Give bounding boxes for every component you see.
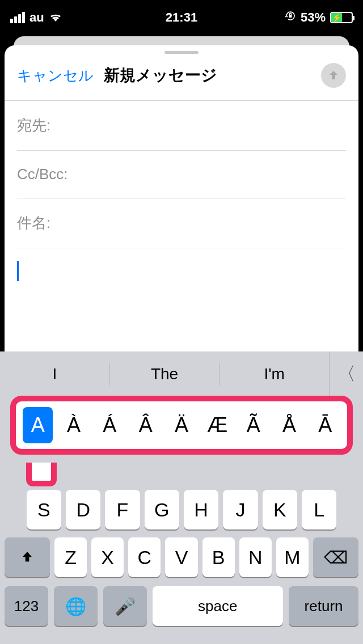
key-row-4: 123 🌐 🎤 space return	[0, 586, 363, 626]
accent-key[interactable]: À	[58, 407, 88, 443]
status-bar: au 21:31 53% ⚡	[0, 0, 363, 35]
key-G[interactable]: G	[145, 490, 179, 529]
key-D[interactable]: D	[66, 490, 100, 529]
key-M[interactable]: M	[276, 537, 309, 577]
predict-3[interactable]: I'm	[220, 365, 329, 383]
mic-icon: 🎤	[115, 596, 136, 616]
subject-field[interactable]: 件名:	[17, 198, 346, 248]
key-row-3: Z X C V B N M ⌫	[0, 537, 363, 577]
accent-key[interactable]: Á	[95, 407, 125, 443]
sheet-title: 新規メッセージ	[94, 65, 321, 86]
key-X[interactable]: X	[91, 537, 124, 577]
key-B[interactable]: B	[202, 537, 235, 577]
subject-label: 件名:	[17, 214, 50, 231]
key-L[interactable]: L	[302, 490, 336, 529]
key-H[interactable]: H	[184, 490, 218, 529]
key-row-2: S D F G H J K L	[0, 490, 363, 529]
accent-popup-tail	[26, 463, 57, 486]
numbers-key[interactable]: 123	[5, 586, 48, 626]
globe-key[interactable]: 🌐	[54, 586, 98, 626]
backspace-icon: ⌫	[324, 548, 348, 567]
status-time: 21:31	[0, 10, 363, 25]
text-cursor	[17, 261, 19, 281]
to-field[interactable]: 宛先:	[17, 101, 346, 151]
dictation-key[interactable]: 🎤	[103, 586, 147, 626]
space-key[interactable]: space	[153, 586, 284, 626]
accent-key[interactable]: Æ	[202, 407, 233, 443]
accent-key[interactable]: Â	[130, 407, 161, 443]
shift-icon	[20, 550, 35, 565]
predict-2[interactable]: The	[110, 365, 220, 383]
cancel-button[interactable]: キャンセル	[17, 66, 94, 86]
key-Z[interactable]: Z	[54, 537, 87, 577]
keyboard: I The I'm 〈 A À Á Â Ä Æ Ã Å Ā S D F G H …	[0, 351, 363, 644]
accent-key[interactable]: Ä	[166, 407, 196, 443]
arrow-up-icon	[327, 69, 340, 82]
accent-key[interactable]: Ã	[238, 407, 268, 443]
predict-1[interactable]: I	[0, 365, 109, 383]
body-textarea[interactable]	[5, 248, 358, 294]
send-button[interactable]	[321, 63, 346, 88]
key-V[interactable]: V	[165, 537, 197, 577]
key-S[interactable]: S	[27, 490, 61, 529]
key-J[interactable]: J	[223, 490, 258, 529]
accent-key[interactable]: Ā	[310, 407, 340, 443]
predict-collapse[interactable]: 〈	[329, 351, 363, 397]
accent-key[interactable]: Å	[274, 407, 304, 443]
return-key[interactable]: return	[289, 586, 358, 626]
globe-icon: 🌐	[65, 596, 86, 616]
ccbcc-label: Cc/Bcc:	[17, 166, 68, 183]
accent-key-A[interactable]: A	[23, 407, 53, 443]
shift-key[interactable]	[5, 537, 50, 577]
key-F[interactable]: F	[105, 490, 140, 529]
ccbcc-field[interactable]: Cc/Bcc:	[17, 151, 346, 198]
accent-popup: A À Á Â Ä Æ Ã Å Ā	[10, 396, 353, 455]
key-C[interactable]: C	[128, 537, 161, 577]
key-N[interactable]: N	[239, 537, 272, 577]
prediction-bar: I The I'm 〈	[0, 351, 363, 397]
battery-icon: ⚡	[330, 12, 353, 23]
to-label: 宛先:	[17, 117, 50, 134]
key-K[interactable]: K	[263, 490, 297, 529]
backspace-key[interactable]: ⌫	[313, 537, 358, 577]
